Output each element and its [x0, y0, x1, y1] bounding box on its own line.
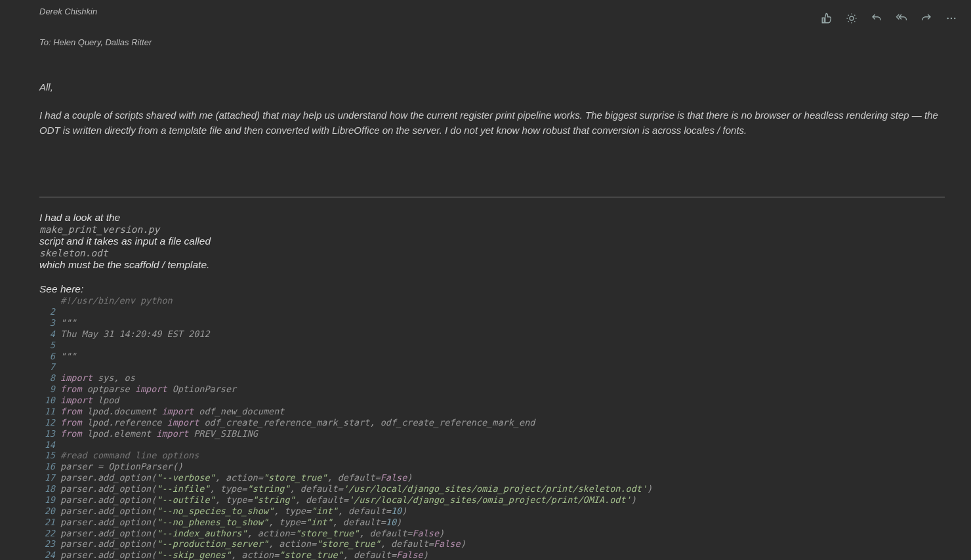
code-line: 14 — [39, 439, 945, 450]
line-number: 6 — [39, 351, 55, 362]
code-text: from optparse import OptionParser — [60, 384, 945, 395]
code-text: parser.add_option("--outfile", type="str… — [60, 494, 945, 506]
recipients: Helen Query, Dallas Ritter — [53, 37, 152, 47]
code-text: parser.add_option("--no_phenes_to_show",… — [60, 517, 945, 528]
svg-point-1 — [947, 18, 949, 19]
code-text: parser.add_option("--infile", type="stri… — [60, 483, 945, 494]
code-text: #read command line options — [60, 450, 945, 461]
more-icon[interactable] — [945, 12, 958, 25]
code-text: Thu May 31 14:20:49 EST 2012 — [60, 329, 945, 340]
see-here: See here: — [39, 283, 945, 296]
body-line-3: which must be the scaffold / template. — [39, 259, 945, 271]
code-line: 6""" — [39, 351, 945, 362]
line-number: 4 — [39, 329, 55, 340]
line-number: 24 — [39, 550, 55, 560]
code-line: 10import lpod — [39, 395, 945, 406]
to-label: To: — [39, 37, 53, 47]
code-text: parser.add_option("--verbose", action="s… — [60, 472, 945, 483]
code-text: import lpod — [60, 395, 945, 406]
code-line: 18parser.add_option("--infile", type="st… — [39, 483, 945, 494]
line-number: 3 — [39, 317, 55, 329]
code-text — [60, 361, 945, 372]
line-number: 18 — [39, 483, 55, 494]
line-number: 14 — [39, 439, 55, 450]
code-line: 8import sys, os — [39, 372, 945, 384]
code-line: 9from optparse import OptionParser — [39, 384, 945, 395]
code-line: 2 — [39, 306, 945, 317]
code-line: 17parser.add_option("--verbose", action=… — [39, 472, 945, 483]
separator — [39, 197, 945, 197]
line-number: 21 — [39, 517, 55, 528]
code-text: from lpod.document import odf_new_docume… — [60, 406, 945, 417]
code-line: 23parser.add_option("--production_server… — [39, 538, 945, 550]
line-number: 20 — [39, 506, 55, 517]
code-text: parser = OptionParser() — [60, 461, 945, 472]
code-text — [60, 306, 945, 317]
line-number: 19 — [39, 494, 55, 506]
code-line: #!/usr/bin/env python — [39, 295, 945, 306]
code-text: import sys, os — [60, 372, 945, 384]
message-content: Derek Chishkin To: Helen Query, Dallas R… — [39, 7, 945, 560]
svg-point-3 — [954, 18, 955, 19]
line-number: 12 — [39, 417, 55, 428]
greeting: All, — [39, 81, 945, 92]
code-line: 19parser.add_option("--outfile", type="s… — [39, 494, 945, 506]
line-number: 13 — [39, 428, 55, 439]
code-line: 12from lpod.reference import odf_create_… — [39, 417, 945, 428]
line-number: 16 — [39, 461, 55, 472]
line-number: 17 — [39, 472, 55, 483]
line-number — [39, 295, 55, 306]
code-text: """ — [60, 351, 945, 362]
code-text — [60, 439, 945, 450]
code-text: parser.add_option("--production_server",… — [60, 538, 945, 550]
code-line: 3""" — [39, 317, 945, 329]
code-text: parser.add_option("--skip_genes", action… — [60, 550, 945, 560]
line-number: 7 — [39, 361, 55, 372]
code-line: 7 — [39, 361, 945, 372]
code-text: #!/usr/bin/env python — [60, 295, 945, 306]
code-block: #!/usr/bin/env python23"""4Thu May 31 14… — [39, 295, 945, 560]
intro-paragraph: I had a couple of scripts shared with me… — [39, 108, 945, 138]
line-number: 15 — [39, 450, 55, 461]
code-text: """ — [60, 317, 945, 329]
body-line-2: script and it takes as input a file call… — [39, 235, 945, 248]
code-line: 5 — [39, 340, 945, 351]
code-line: 20parser.add_option("--no_species_to_sho… — [39, 506, 945, 517]
to-line: To: Helen Query, Dallas Ritter — [39, 37, 945, 47]
line-number: 23 — [39, 538, 55, 550]
line-number: 5 — [39, 340, 55, 351]
filename-2: skeleton.odt — [39, 248, 945, 259]
code-line: 21parser.add_option("--no_phenes_to_show… — [39, 517, 945, 528]
code-line: 16parser = OptionParser() — [39, 461, 945, 472]
line-number: 9 — [39, 384, 55, 395]
code-line: 11from lpod.document import odf_new_docu… — [39, 406, 945, 417]
filename-1: make_print_version.py — [39, 224, 945, 235]
line-number: 22 — [39, 528, 55, 539]
code-text: parser.add_option("--no_species_to_show"… — [60, 506, 945, 517]
line-number: 10 — [39, 395, 55, 406]
code-text: from lpod.reference import odf_create_re… — [60, 417, 945, 428]
code-line: 13from lpod.element import PREV_SIBLING — [39, 428, 945, 439]
code-text: from lpod.element import PREV_SIBLING — [60, 428, 945, 439]
body-line-1: I had a look at the — [39, 212, 945, 224]
svg-point-2 — [951, 18, 952, 19]
line-number: 11 — [39, 406, 55, 417]
code-line: 22parser.add_option("--index_authors", a… — [39, 528, 945, 539]
line-number: 8 — [39, 372, 55, 384]
code-line: 24parser.add_option("--skip_genes", acti… — [39, 550, 945, 560]
body-text: I had a look at the make_print_version.p… — [39, 212, 945, 295]
code-line: 4Thu May 31 14:20:49 EST 2012 — [39, 329, 945, 340]
code-line: 15#read command line options — [39, 450, 945, 461]
line-number: 2 — [39, 306, 55, 317]
author-name: Derek Chishkin — [39, 7, 945, 16]
code-text: parser.add_option("--index_authors", act… — [60, 528, 945, 539]
code-text — [60, 340, 945, 351]
